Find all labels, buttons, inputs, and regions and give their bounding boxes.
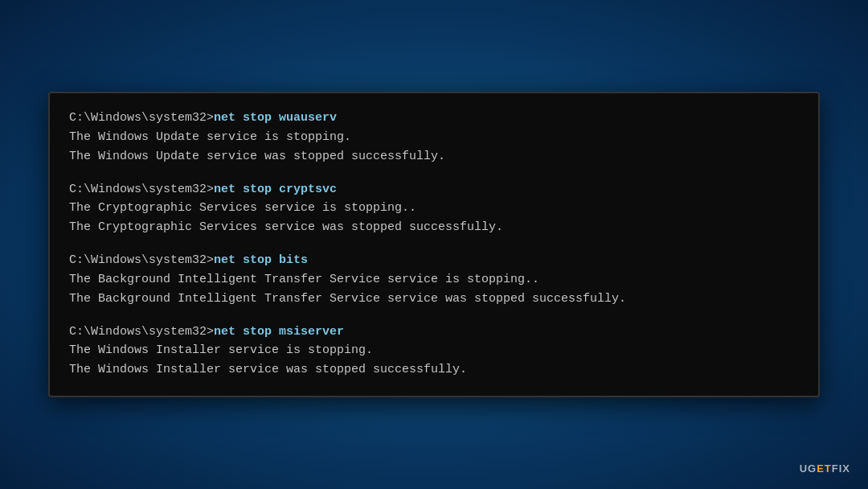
terminal-window: C:\Windows\system32>net stop wuauservThe…: [48, 92, 820, 397]
cmd-output-3-2: The Background Intelligent Transfer Serv…: [69, 290, 799, 309]
cmd-output-4-1: The Windows Installer service is stoppin…: [69, 341, 799, 360]
watermark: UGETFIX: [800, 462, 850, 475]
cmd-prompt-3: C:\Windows\system32>net stop bits: [69, 252, 799, 270]
cmd-output-1-1: The Windows Update service is stopping.: [69, 128, 799, 147]
cmd-prompt-1: C:\Windows\system32>net stop wuauserv: [69, 109, 799, 128]
cmd-command-2: net stop cryptsvc: [214, 183, 337, 196]
cmd-output-2-1: The Cryptographic Services service is st…: [69, 199, 799, 218]
cmd-output-4-2: The Windows Installer service was stoppe…: [69, 360, 799, 380]
cmd-command-3: net stop bits: [214, 253, 308, 267]
cmd-block-4: C:\Windows\system32>net stop msiserverTh…: [69, 323, 799, 380]
cmd-block-1: C:\Windows\system32>net stop wuauservThe…: [69, 109, 799, 166]
cmd-output-3-1: The Background Intelligent Transfer Serv…: [69, 270, 799, 290]
cmd-output-2-2: The Cryptographic Services service was s…: [69, 218, 799, 237]
cmd-prompt-4: C:\Windows\system32>net stop msiserver: [69, 323, 799, 342]
cmd-command-1: net stop wuauserv: [214, 111, 337, 125]
cmd-prompt-2: C:\Windows\system32>net stop cryptsvc: [69, 181, 799, 199]
cmd-command-4: net stop msiserver: [214, 325, 344, 339]
cmd-output-1-2: The Windows Update service was stopped s…: [69, 147, 799, 166]
cmd-block-2: C:\Windows\system32>net stop cryptsvcThe…: [69, 181, 799, 238]
cmd-block-3: C:\Windows\system32>net stop bitsThe Bac…: [69, 252, 799, 309]
